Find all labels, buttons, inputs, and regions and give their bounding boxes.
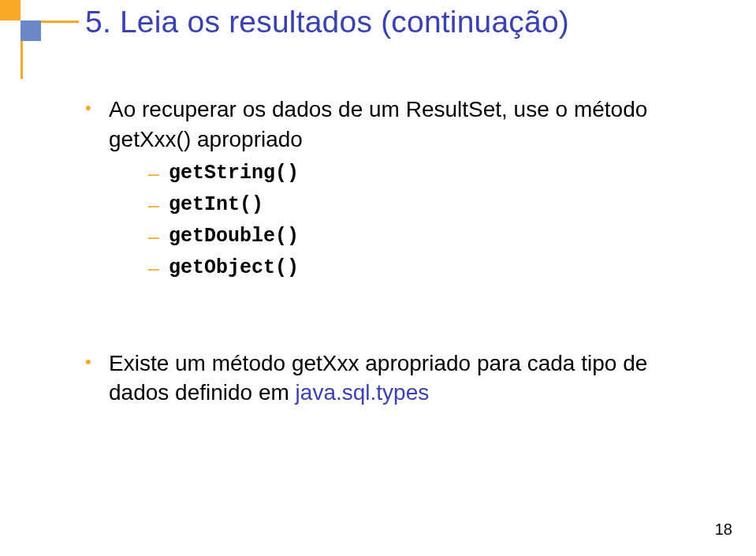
corner-blue-block <box>20 21 41 41</box>
method-getint: getInt() <box>148 189 700 221</box>
slide-content: Ao recuperar os dados de um ResultSet, u… <box>85 95 700 412</box>
intro-line1: Ao recuperar os dados de um ResultSet, u… <box>109 97 647 121</box>
method-getobject: getObject() <box>148 252 700 284</box>
page-number: 18 <box>715 521 732 539</box>
corner-orange-hline <box>41 21 79 23</box>
slide-title: 5. Leia os resultados (continuação) <box>85 5 569 39</box>
corner-orange-block <box>0 0 20 21</box>
corner-orange-vline <box>20 41 23 79</box>
bullet-intro: Ao recuperar os dados de um ResultSet, u… <box>85 95 700 284</box>
method-getstring: getString() <box>148 158 700 189</box>
method-getdouble: getDouble() <box>148 221 700 252</box>
intro-line2: getXxx() apropriado <box>109 127 303 151</box>
bullet-note: Existe um método getXxx apropriado para … <box>85 349 700 409</box>
method-sublist: getString() getInt() getDouble() getObje… <box>148 158 700 284</box>
note-link: java.sql.types <box>296 380 430 405</box>
